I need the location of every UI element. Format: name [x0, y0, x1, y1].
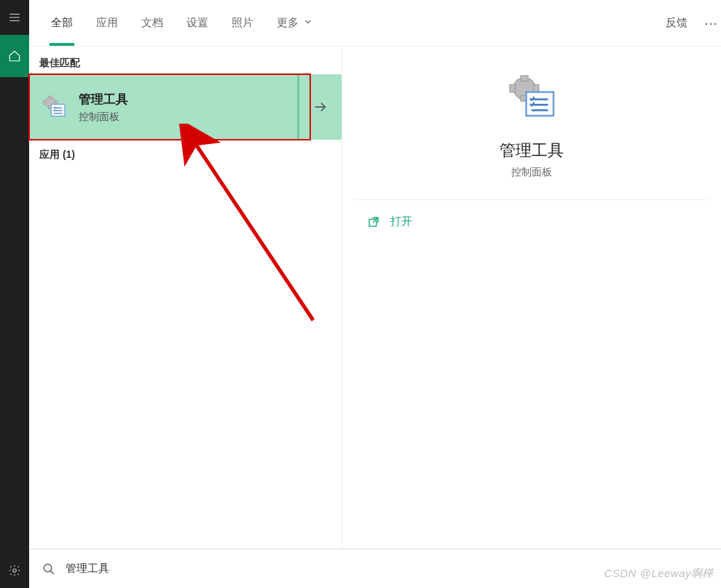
admin-tools-icon	[39, 92, 68, 122]
best-match-row: 管理工具 控制面板	[29, 74, 342, 140]
feedback-button[interactable]: 反馈	[653, 0, 701, 46]
settings-button[interactable]	[0, 553, 29, 588]
side-rail	[0, 0, 29, 588]
feedback-label: 反馈	[666, 16, 687, 30]
svg-rect-15	[521, 76, 528, 82]
chevron-down-icon	[303, 17, 313, 29]
tab-documents[interactable]: 文档	[130, 0, 175, 46]
search-icon	[42, 563, 55, 576]
svg-rect-17	[510, 85, 516, 92]
more-options-button[interactable]: ⋯	[701, 0, 721, 46]
filter-tabs: 全部 应用 文档 设置 照片 更多 反馈 ⋯	[29, 0, 721, 47]
svg-rect-5	[49, 96, 52, 99]
tab-photos[interactable]: 照片	[220, 0, 265, 46]
svg-rect-18	[534, 85, 540, 92]
best-match-expand-button[interactable]	[299, 74, 342, 140]
apps-header: 应用 (1)	[29, 140, 342, 170]
tab-all[interactable]: 全部	[39, 0, 84, 46]
svg-line-26	[50, 571, 54, 574]
svg-point-3	[13, 569, 17, 573]
home-icon	[8, 49, 21, 63]
svg-line-24	[373, 218, 378, 223]
tab-documents-label: 文档	[141, 16, 163, 30]
ellipsis-icon: ⋯	[704, 15, 717, 31]
open-action-label: 打开	[390, 215, 412, 229]
open-icon	[367, 215, 380, 229]
best-match-result[interactable]: 管理工具 控制面板	[29, 74, 297, 140]
detail-title: 管理工具	[500, 140, 564, 162]
tab-more-label: 更多	[277, 16, 299, 30]
arrow-right-icon	[312, 99, 328, 115]
gear-icon	[8, 564, 21, 577]
detail-panel: 管理工具 控制面板 打开	[342, 47, 721, 549]
tab-settings-label: 设置	[186, 16, 208, 30]
hamburger-icon	[8, 11, 21, 24]
detail-subtitle: 控制面板	[511, 166, 552, 179]
svg-point-25	[44, 564, 52, 572]
best-match-header: 最佳匹配	[29, 47, 342, 74]
results-panel: 最佳匹配	[29, 47, 342, 549]
tab-photos-label: 照片	[232, 16, 253, 30]
home-button[interactable]	[0, 35, 29, 77]
best-match-subtitle: 控制面板	[79, 111, 128, 124]
best-match-title: 管理工具	[79, 91, 128, 108]
open-action[interactable]: 打开	[367, 215, 696, 229]
svg-rect-7	[43, 100, 46, 104]
tab-apps-label: 应用	[96, 16, 118, 30]
tab-apps[interactable]: 应用	[84, 0, 130, 46]
menu-button[interactable]	[0, 0, 29, 35]
admin-tools-icon	[503, 68, 561, 127]
tab-all-label: 全部	[51, 16, 73, 30]
search-input[interactable]	[66, 563, 708, 575]
svg-rect-8	[55, 100, 58, 104]
tab-settings[interactable]: 设置	[175, 0, 220, 46]
tab-more[interactable]: 更多	[265, 0, 325, 46]
search-bar	[29, 549, 721, 588]
